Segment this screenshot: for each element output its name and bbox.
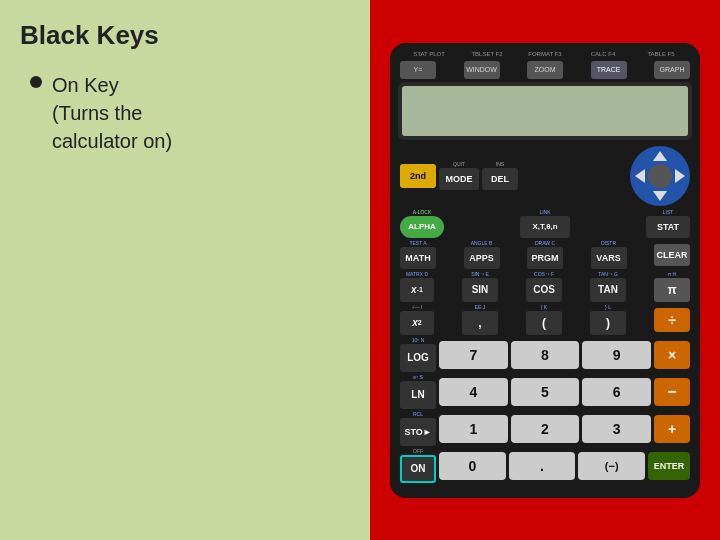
fkey-label-4: TABLE F5 — [632, 51, 690, 57]
btn-2nd[interactable]: 2nd — [400, 164, 436, 188]
btn-neg[interactable]: (−) — [578, 452, 645, 480]
fkey-trace[interactable]: TRACE — [591, 61, 627, 79]
nav-center[interactable] — [648, 164, 672, 188]
btn-mode[interactable]: MODE — [439, 168, 479, 190]
fkey-graph[interactable]: GRAPH — [654, 61, 690, 79]
btn-xsq[interactable]: x2 — [400, 311, 434, 335]
btn-cos[interactable]: COS — [526, 278, 562, 302]
fkey-y-equals[interactable]: Y= — [400, 61, 436, 79]
btn-sub[interactable]: − — [654, 378, 690, 406]
row-alpha: A-LOCK ALPHA LINK X,T,θ,n LIST STAT — [398, 210, 692, 238]
btn-enter[interactable]: ENTER — [648, 452, 690, 480]
btn-0[interactable]: 0 — [439, 452, 506, 480]
calculator: STAT PLOT TBLSET F2 FORMAT F3 CALC F4 TA… — [390, 43, 700, 498]
btn-mul[interactable]: × — [654, 341, 690, 369]
btn-9[interactable]: 9 — [582, 341, 651, 369]
row-mode: 2nd QUIT MODE INS DEL — [398, 146, 692, 206]
btn-6[interactable]: 6 — [582, 378, 651, 406]
ins-label: INS — [496, 162, 504, 167]
row-sq: √— I x2 EE J , { K ( } L ) ÷ — [398, 305, 692, 335]
btn-rparen[interactable]: ) — [590, 311, 626, 335]
btn-8[interactable]: 8 — [511, 341, 580, 369]
btn-sto[interactable]: STO► — [400, 418, 436, 446]
bullet-text: On Key(Turns thecalculator on) — [52, 71, 172, 155]
nav-outer — [630, 146, 690, 206]
screen — [402, 86, 688, 136]
btn-stat[interactable]: STAT — [646, 216, 690, 238]
fkey-row: Y= WINDOW ZOOM TRACE GRAPH — [398, 61, 692, 79]
nav-up-arrow — [653, 151, 667, 161]
nav-cluster[interactable] — [630, 146, 690, 206]
btn-div[interactable]: ÷ — [654, 308, 690, 332]
btn-sin[interactable]: SIN — [462, 278, 498, 302]
screen-area — [398, 82, 692, 140]
btn-del[interactable]: DEL — [482, 168, 518, 190]
btn-lparen[interactable]: ( — [526, 311, 562, 335]
btn-clear[interactable]: CLEAR — [654, 244, 690, 266]
row-math: TEST A MATH ANGLE B APPS DRAW C PRGM DIS… — [398, 241, 692, 269]
fkey-labels-row: STAT PLOT TBLSET F2 FORMAT F3 CALC F4 TA… — [398, 51, 692, 57]
btn-log[interactable]: LOG — [400, 344, 436, 372]
fkey-label-0: STAT PLOT — [400, 51, 458, 57]
page-title: Black Keys — [20, 20, 350, 51]
row-sto: RCL STO► 1 2 3 + — [398, 412, 692, 446]
btn-7[interactable]: 7 — [439, 341, 508, 369]
btn-comma[interactable]: , — [462, 311, 498, 335]
row-log: 10ˣ N LOG 7 8 9 × — [398, 338, 692, 372]
btn-alpha[interactable]: ALPHA — [400, 216, 444, 238]
btn-tan[interactable]: TAN — [590, 278, 626, 302]
quit-label: QUIT — [453, 162, 465, 167]
btn-vars[interactable]: VARS — [591, 247, 627, 269]
btn-xinv[interactable]: x-1 — [400, 278, 434, 302]
fkey-label-1: TBLSET F2 — [458, 51, 516, 57]
nav-down-arrow — [653, 191, 667, 201]
nav-left-arrow — [635, 169, 645, 183]
btn-2[interactable]: 2 — [511, 415, 580, 443]
btn-add[interactable]: + — [654, 415, 690, 443]
fkey-label-3: CALC F4 — [574, 51, 632, 57]
fkey-window[interactable]: WINDOW — [464, 61, 500, 79]
btn-xto[interactable]: X,T,θ,n — [520, 216, 570, 238]
btn-5[interactable]: 5 — [511, 378, 580, 406]
nav-right-arrow — [675, 169, 685, 183]
fkey-zoom[interactable]: ZOOM — [527, 61, 563, 79]
btn-on[interactable]: ON — [400, 455, 436, 483]
btn-4[interactable]: 4 — [439, 378, 508, 406]
btn-apps[interactable]: APPS — [464, 247, 500, 269]
bullet-item: On Key(Turns thecalculator on) — [30, 71, 350, 155]
btn-dot[interactable]: . — [509, 452, 576, 480]
btn-3[interactable]: 3 — [582, 415, 651, 443]
fkey-label-2: FORMAT F3 — [516, 51, 574, 57]
btn-1[interactable]: 1 — [439, 415, 508, 443]
btn-pi[interactable]: π — [654, 278, 690, 302]
row-trig: MATRX D x-1 SIN⁻¹ E SIN COS⁻¹ F COS TAN⁻… — [398, 272, 692, 302]
row-bottom: OFF ON 0 . (−) ENTER — [398, 449, 692, 483]
bullet-dot — [30, 76, 42, 88]
right-panel: STAT PLOT TBLSET F2 FORMAT F3 CALC F4 TA… — [370, 0, 720, 540]
row-ln: eˣ S LN 4 5 6 − — [398, 375, 692, 409]
btn-ln[interactable]: LN — [400, 381, 436, 409]
btn-prgm[interactable]: PRGM — [527, 247, 563, 269]
left-panel: Black Keys On Key(Turns thecalculator on… — [0, 0, 370, 540]
btn-math[interactable]: MATH — [400, 247, 436, 269]
